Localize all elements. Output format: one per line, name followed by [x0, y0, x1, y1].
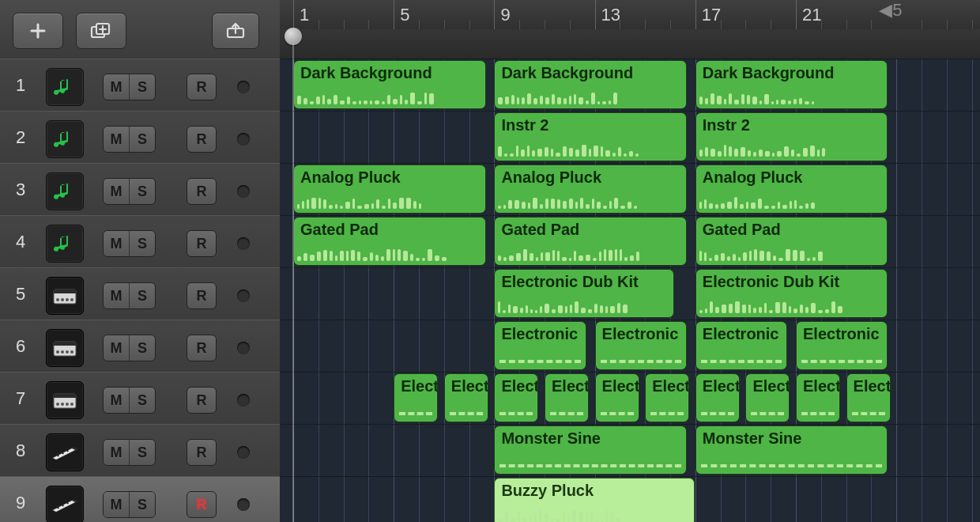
- input-monitor-dot[interactable]: [237, 446, 250, 459]
- region[interactable]: Gated Pad: [293, 217, 486, 266]
- track-header-2[interactable]: 2MSR: [0, 111, 280, 165]
- solo-button[interactable]: S: [130, 492, 155, 517]
- region-label: Dark Background: [501, 64, 633, 82]
- track-header-3[interactable]: 3MSR: [0, 163, 280, 217]
- solo-button[interactable]: S: [130, 283, 155, 308]
- mute-button[interactable]: M: [104, 74, 130, 100]
- mute-button[interactable]: M: [104, 440, 130, 465]
- track-instrument-icon[interactable]: [46, 172, 84, 210]
- region[interactable]: Elect: [444, 373, 488, 422]
- region[interactable]: Dark Background: [494, 60, 687, 109]
- input-monitor-dot[interactable]: [237, 237, 250, 250]
- track-instrument-icon[interactable]: [46, 225, 84, 263]
- record-enable-button[interactable]: R: [187, 126, 217, 153]
- track-header-7[interactable]: 7MSR: [0, 372, 280, 426]
- region[interactable]: Monster Sine: [695, 426, 888, 475]
- region[interactable]: Instr 2: [695, 112, 888, 161]
- mute-button[interactable]: M: [104, 335, 130, 361]
- add-track-button[interactable]: [13, 13, 63, 49]
- mute-solo-group: MS: [103, 178, 156, 205]
- track-instrument-icon[interactable]: [46, 329, 84, 367]
- solo-button[interactable]: S: [130, 440, 155, 465]
- mute-button[interactable]: M: [104, 388, 130, 413]
- input-monitor-dot[interactable]: [237, 185, 250, 198]
- region[interactable]: Elect: [745, 373, 790, 422]
- record-enable-button[interactable]: R: [187, 178, 217, 205]
- region[interactable]: Dark Background: [293, 60, 486, 109]
- solo-button[interactable]: S: [130, 388, 155, 413]
- track-instrument-icon[interactable]: [46, 486, 84, 522]
- duplicate-track-button[interactable]: [76, 13, 126, 49]
- svg-rect-10: [54, 342, 76, 346]
- solo-button[interactable]: S: [130, 179, 155, 204]
- svg-point-14: [70, 350, 74, 354]
- track-header-9[interactable]: 9MSR: [0, 476, 280, 522]
- region[interactable]: Electronic: [695, 321, 787, 370]
- solo-button[interactable]: S: [130, 74, 155, 100]
- mute-button[interactable]: M: [104, 127, 130, 152]
- ruler-bar-label: 1: [300, 5, 309, 25]
- track-header-5[interactable]: 5MSR: [0, 267, 280, 321]
- track-list-disclosure[interactable]: [212, 13, 259, 49]
- track-header-1[interactable]: 1MSR: [0, 59, 280, 112]
- region[interactable]: Elect: [394, 373, 438, 422]
- region-label: Elect: [652, 377, 689, 395]
- record-enable-button[interactable]: R: [187, 74, 217, 100]
- input-monitor-dot[interactable]: [237, 498, 250, 511]
- region[interactable]: Electronic Dub Kit: [494, 269, 674, 318]
- region[interactable]: Elect: [545, 373, 589, 422]
- track-header-6[interactable]: 6MSR: [0, 320, 280, 373]
- record-enable-button[interactable]: R: [187, 439, 217, 466]
- track-instrument-icon[interactable]: [46, 381, 84, 419]
- track-header-8[interactable]: 8MSR: [0, 424, 280, 478]
- region[interactable]: Electronic Dub Kit: [695, 269, 888, 318]
- region[interactable]: Elect: [645, 373, 689, 422]
- region-label: Dark Background: [300, 64, 432, 82]
- region[interactable]: Elect: [595, 373, 639, 422]
- input-monitor-dot[interactable]: [237, 342, 250, 354]
- region-label: Elect: [854, 377, 891, 395]
- solo-button[interactable]: S: [130, 127, 155, 152]
- track-instrument-icon[interactable]: [46, 120, 84, 158]
- region[interactable]: Elect: [846, 373, 891, 422]
- region[interactable]: Elect: [695, 373, 740, 422]
- region[interactable]: Elect: [494, 373, 538, 422]
- region[interactable]: Electronic: [796, 321, 888, 370]
- arrange-grid[interactable]: Dark BackgroundDark BackgroundDark Backg…: [280, 59, 980, 522]
- track-instrument-icon[interactable]: [46, 277, 84, 315]
- region[interactable]: Analog Pluck: [494, 165, 687, 214]
- input-monitor-dot[interactable]: [237, 289, 250, 302]
- region[interactable]: Gated Pad: [695, 217, 888, 266]
- record-enable-button[interactable]: R: [187, 282, 217, 309]
- mute-button[interactable]: M: [104, 179, 130, 204]
- record-enable-button[interactable]: R: [187, 491, 217, 518]
- input-monitor-dot[interactable]: [237, 394, 250, 407]
- region[interactable]: Buzzy Pluck: [494, 478, 694, 522]
- solo-button[interactable]: S: [130, 335, 155, 361]
- record-enable-button[interactable]: R: [187, 230, 217, 257]
- mute-button[interactable]: M: [104, 492, 130, 517]
- track-header-4[interactable]: 4MSR: [0, 215, 280, 269]
- region[interactable]: Dark Background: [695, 60, 888, 109]
- region[interactable]: Gated Pad: [494, 217, 687, 266]
- region[interactable]: Analog Pluck: [293, 165, 486, 214]
- track-instrument-icon[interactable]: [46, 68, 84, 106]
- track-instrument-icon[interactable]: [46, 433, 84, 471]
- region[interactable]: Elect: [796, 373, 840, 422]
- cycle-end-flag[interactable]: ◀5: [879, 0, 902, 14]
- input-monitor-dot[interactable]: [237, 81, 250, 93]
- region[interactable]: Electronic: [595, 321, 687, 370]
- region[interactable]: Analog Pluck: [695, 165, 888, 214]
- solo-button[interactable]: S: [130, 231, 155, 256]
- record-enable-button[interactable]: R: [187, 387, 217, 414]
- region-label: Electronic: [803, 325, 880, 343]
- mute-button[interactable]: M: [104, 231, 130, 256]
- svg-rect-4: [54, 289, 76, 293]
- bar-ruler[interactable]: 159131721◀5: [280, 0, 980, 59]
- record-enable-button[interactable]: R: [187, 335, 217, 361]
- region[interactable]: Electronic: [494, 321, 586, 370]
- region[interactable]: Monster Sine: [494, 426, 687, 475]
- mute-button[interactable]: M: [104, 283, 130, 308]
- input-monitor-dot[interactable]: [237, 133, 250, 146]
- region[interactable]: Instr 2: [494, 112, 687, 161]
